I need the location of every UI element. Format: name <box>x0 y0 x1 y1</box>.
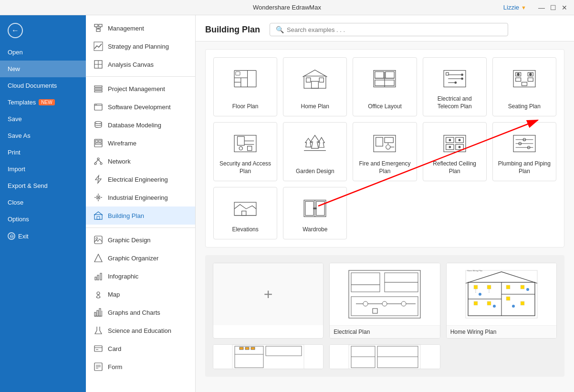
template-card-plumbing[interactable]: Plumbing and Piping Plan <box>492 122 556 181</box>
svg-rect-157 <box>487 301 491 305</box>
sidebar-item-save[interactable]: Save <box>0 111 86 127</box>
cat-management[interactable]: Management <box>86 19 195 37</box>
cat-electrical[interactable]: Electrical Engineering <box>86 170 195 188</box>
cat-electrical-label: Electrical Engineering <box>108 176 168 183</box>
cat-card[interactable]: Card <box>86 340 195 358</box>
cat-infographic[interactable]: Infographic <box>86 267 195 285</box>
template-card-garden-design[interactable]: Garden Design <box>283 122 347 181</box>
search-icon: 🔍 <box>276 26 284 33</box>
sidebar-item-exit[interactable]: ⊖ Exit <box>0 227 86 245</box>
sidebar-item-close[interactable]: Close <box>0 194 86 211</box>
fire-emergency-label: Fire and Emergency Plan <box>357 160 412 175</box>
svg-point-30 <box>98 197 99 198</box>
cat-software[interactable]: Software Development <box>86 98 195 116</box>
minimize-button[interactable]: — <box>538 4 545 11</box>
cat-wireframe[interactable]: Wireframe <box>86 134 195 152</box>
sidebar-item-export[interactable]: Export & Send <box>0 177 86 194</box>
template-card-reflected-ceiling[interactable]: Reflected Ceiling Plan <box>423 122 487 181</box>
garden-design-label: Garden Design <box>296 168 334 175</box>
cat-charts-label: Graphs and Charts <box>108 309 160 316</box>
user-label[interactable]: Lizzie ▼ <box>503 4 526 11</box>
cat-organizer-label: Graphic Organizer <box>108 255 158 262</box>
template-card-security-access[interactable]: Security and Access Plan <box>213 122 277 181</box>
template-card-office-layout[interactable]: Office Layout <box>353 57 417 116</box>
electrical-plan-title: Electrical Plan <box>330 325 439 338</box>
elevations-icon-area <box>229 195 262 221</box>
svg-marker-97 <box>305 138 312 147</box>
cat-form[interactable]: Form <box>86 358 195 376</box>
sidebar-item-print[interactable]: Print <box>0 144 86 161</box>
thumbnail-partial-2[interactable] <box>329 344 440 369</box>
svg-marker-98 <box>319 137 325 147</box>
template-card-elevations[interactable]: Elevations <box>213 187 277 239</box>
infographic-icon <box>94 271 103 281</box>
svg-point-24 <box>94 163 96 165</box>
template-card-wardrobe[interactable]: Wardrobe <box>283 187 347 239</box>
template-card-home-plan[interactable]: Home Plan <box>283 57 347 116</box>
cat-organizer[interactable]: Graphic Organizer <box>86 249 195 267</box>
sidebar-item-cloud[interactable]: Cloud Documents <box>0 77 86 94</box>
svg-point-17 <box>96 104 97 105</box>
close-button[interactable]: ✕ <box>561 4 568 11</box>
svg-rect-122 <box>234 202 256 216</box>
back-button[interactable]: ← <box>0 19 86 42</box>
sidebar-item-options[interactable]: Options <box>0 211 86 227</box>
cat-project[interactable]: Project Management <box>86 80 195 98</box>
search-bar[interactable]: 🔍 <box>270 23 508 36</box>
maximize-button[interactable]: ☐ <box>549 4 557 11</box>
svg-rect-35 <box>94 215 102 219</box>
title-bar: Wondershare EdrawMax Lizzie ▼ — ☐ ✕ <box>0 0 574 15</box>
svg-rect-47 <box>102 311 102 316</box>
search-input[interactable] <box>287 26 502 33</box>
sidebar-item-import[interactable]: Import <box>0 161 86 177</box>
sidebar-item-new[interactable]: New <box>0 61 86 77</box>
back-icon[interactable]: ← <box>8 23 23 38</box>
svg-rect-58 <box>234 70 256 87</box>
svg-rect-51 <box>94 346 102 351</box>
cat-form-label: Form <box>108 363 122 371</box>
cat-strategy[interactable]: Strategy and Planning <box>86 37 195 55</box>
cat-strategy-label: Strategy and Planning <box>108 43 169 50</box>
cat-card-label: Card <box>108 345 121 352</box>
new-blank-plus[interactable]: + <box>213 263 323 325</box>
cat-network[interactable]: Network <box>86 152 195 170</box>
template-card-fire-emergency[interactable]: Fire and Emergency Plan <box>353 122 417 181</box>
thumbnail-new-blank[interactable]: + <box>213 263 324 339</box>
cat-database[interactable]: Database Modeling <box>86 116 195 134</box>
thumbnail-home-wiring[interactable]: Home Wiring Plan Home Wiring Plan <box>446 263 557 339</box>
empty-slot-2 <box>423 187 487 239</box>
template-card-seating-plan[interactable]: Seating Plan <box>492 57 556 116</box>
cat-science[interactable]: Science and Education <box>86 321 195 340</box>
cat-graphic[interactable]: Graphic Design <box>86 231 195 249</box>
cat-map[interactable]: Map <box>86 285 195 303</box>
template-card-floor-plan[interactable]: Floor Plan <box>213 57 277 116</box>
svg-rect-21 <box>99 140 101 142</box>
sidebar-item-saveas[interactable]: Save As <box>0 127 86 144</box>
template-card-electrical-telecom[interactable]: Electrical and Telecom Plan <box>423 57 487 116</box>
svg-point-95 <box>239 146 242 150</box>
cat-industrial[interactable]: Industrial Engineering <box>86 188 195 206</box>
svg-rect-11 <box>94 86 102 87</box>
cat-charts[interactable]: Graphs and Charts <box>86 303 195 321</box>
exit-icon: ⊖ <box>8 232 15 240</box>
username: Lizzie <box>503 4 519 11</box>
thumbnail-partial-1[interactable] <box>213 344 324 369</box>
svg-rect-13 <box>94 91 102 92</box>
cat-project-label: Project Management <box>108 85 165 93</box>
analysis-icon <box>94 60 103 69</box>
svg-rect-128 <box>316 201 324 215</box>
svg-rect-1 <box>99 24 102 27</box>
electrical-telecom-icon-area <box>438 65 471 92</box>
sidebar-item-open[interactable]: Open <box>0 44 86 61</box>
cat-analysis[interactable]: Analysis Canvas <box>86 55 195 73</box>
thumbnail-electrical-plan[interactable]: Electrical Plan <box>329 263 440 339</box>
svg-rect-86 <box>528 78 533 81</box>
svg-rect-156 <box>474 301 478 305</box>
home-wiring-title: Home Wiring Plan <box>447 325 556 338</box>
cat-science-label: Science and Education <box>108 327 171 334</box>
cat-building[interactable]: Building Plan <box>86 206 195 225</box>
user-dropdown-icon[interactable]: ▼ <box>521 5 526 10</box>
svg-rect-171 <box>240 347 243 350</box>
sidebar-item-templates[interactable]: Templates NEW <box>0 94 86 111</box>
template-grid-row2: Security and Access Plan Garde <box>213 122 556 181</box>
